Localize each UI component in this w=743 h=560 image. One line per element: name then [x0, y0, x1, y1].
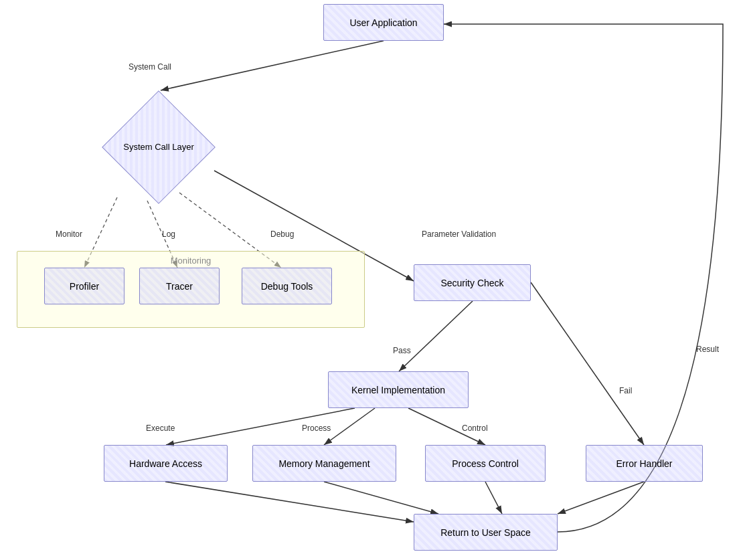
tracer-node: Tracer: [139, 268, 220, 304]
security-check-node: Security Check: [414, 264, 531, 301]
svg-line-10: [324, 408, 375, 445]
process-control-node: Process Control: [425, 445, 546, 482]
security-check-label: Security Check: [440, 278, 503, 288]
control-label: Control: [462, 424, 488, 433]
svg-line-2: [161, 41, 384, 90]
process-control-label: Process Control: [452, 458, 519, 469]
execute-label: Execute: [146, 424, 175, 433]
monitoring-group-label: Monitoring: [171, 256, 212, 266]
svg-line-13: [324, 482, 438, 514]
svg-line-12: [165, 482, 414, 522]
kernel-implementation-node: Kernel Implementation: [328, 371, 469, 408]
profiler-label: Profiler: [70, 281, 99, 292]
process-label: Process: [302, 424, 331, 433]
system-call-layer-label: System Call Layer: [123, 142, 193, 153]
diagram-container: Monitoring User Application System Call …: [0, 0, 743, 560]
tracer-label: Tracer: [166, 281, 193, 292]
system-call-label: System Call: [129, 62, 171, 72]
kernel-implementation-label: Kernel Implementation: [351, 385, 445, 395]
error-handler-label: Error Handler: [616, 458, 672, 469]
user-application-label: User Application: [349, 17, 417, 28]
debug-label: Debug: [270, 229, 294, 239]
fail-label: Fail: [619, 386, 632, 395]
return-to-user-space-label: Return to User Space: [440, 527, 531, 538]
svg-line-15: [558, 482, 644, 514]
log-label: Log: [162, 229, 175, 239]
debug-tools-label: Debug Tools: [261, 281, 313, 292]
result-label: Result: [696, 345, 719, 354]
memory-management-label: Memory Management: [278, 458, 369, 469]
parameter-validation-label: Parameter Validation: [422, 229, 496, 239]
profiler-node: Profiler: [44, 268, 125, 304]
memory-management-node: Memory Management: [252, 445, 396, 482]
svg-line-14: [485, 482, 502, 514]
debug-tools-node: Debug Tools: [242, 268, 332, 304]
hardware-access-node: Hardware Access: [104, 445, 228, 482]
hardware-access-label: Hardware Access: [129, 458, 202, 469]
monitor-label: Monitor: [56, 229, 82, 239]
svg-line-7: [399, 301, 473, 371]
pass-label: Pass: [393, 346, 411, 355]
error-handler-node: Error Handler: [586, 445, 703, 482]
return-to-user-space-node: Return to User Space: [414, 514, 558, 551]
svg-line-8: [531, 282, 644, 445]
system-call-layer-node: System Call Layer: [105, 94, 212, 201]
user-application-node: User Application: [323, 4, 444, 41]
